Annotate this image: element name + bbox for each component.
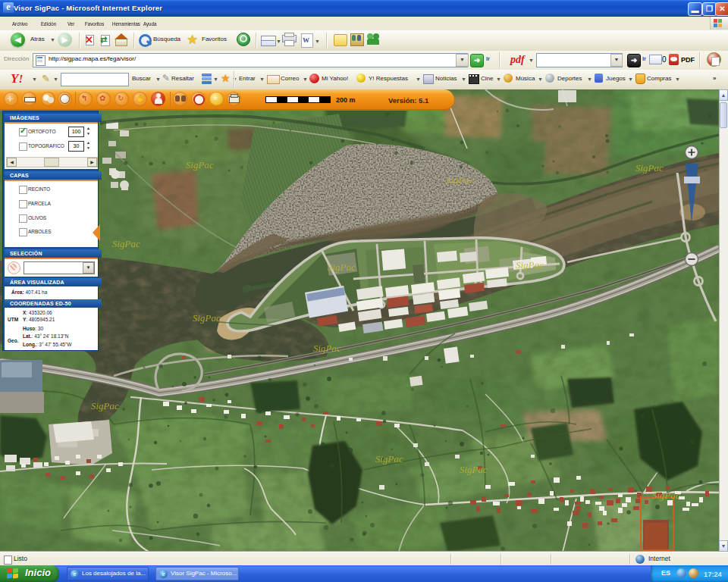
svg-text:SigPac: SigPac	[186, 159, 214, 171]
svg-text:SigPac: SigPac	[328, 261, 356, 273]
svg-text:SigPac: SigPac	[91, 400, 119, 411]
svg-text:SigPac: SigPac	[446, 174, 474, 186]
svg-text:SigPac: SigPac	[635, 162, 664, 174]
svg-text:SigPac: SigPac	[516, 259, 544, 271]
svg-text:SigPac: SigPac	[193, 312, 221, 324]
svg-text:SigPac: SigPac	[375, 453, 403, 465]
svg-text:SigPac: SigPac	[652, 490, 680, 501]
svg-text:SigPac: SigPac	[460, 464, 488, 475]
svg-text:SigPac: SigPac	[313, 343, 341, 354]
svg-text:SigPac: SigPac	[112, 238, 140, 249]
